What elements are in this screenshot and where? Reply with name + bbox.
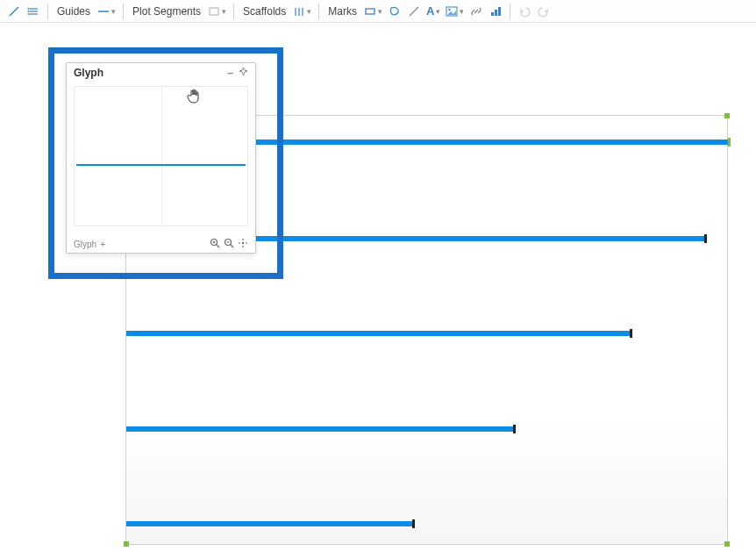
plot-segments-dropdown[interactable]: ▾ <box>206 6 228 17</box>
svg-line-0 <box>10 7 18 16</box>
text-a-icon: A <box>426 4 434 18</box>
frame-handle-sw[interactable] <box>124 541 129 547</box>
frame-handle-ne[interactable] <box>724 113 730 118</box>
line-mark-icon[interactable] <box>405 3 423 20</box>
stacked-bar-icon[interactable] <box>487 3 504 20</box>
toolbar-divider <box>123 4 124 19</box>
pin-icon[interactable] <box>239 67 248 79</box>
bar-cap <box>728 138 731 147</box>
minimize-icon[interactable]: – <box>227 67 233 79</box>
undo-icon[interactable] <box>516 3 533 20</box>
text-mark-dropdown[interactable]: A ▾ <box>424 4 442 18</box>
chevron-down-icon: ▾ <box>307 7 311 16</box>
svg-line-13 <box>410 7 418 16</box>
ellipse-mark-icon[interactable] <box>386 3 403 20</box>
chevron-down-icon: ▾ <box>111 7 116 16</box>
bar-5[interactable] <box>126 521 413 526</box>
svg-line-24 <box>231 245 233 247</box>
svg-rect-16 <box>491 12 494 16</box>
guides-label[interactable]: Guides <box>53 5 94 18</box>
glyph-panel-footer: Glyph + <box>74 238 248 250</box>
svg-point-4 <box>28 8 30 10</box>
marks-rect-dropdown[interactable]: ▾ <box>362 6 384 17</box>
svg-line-20 <box>217 245 219 247</box>
bar-cap <box>513 425 516 433</box>
glyph-tab-label[interactable]: Glyph <box>74 240 96 249</box>
fit-view-icon[interactable] <box>238 238 248 250</box>
zoom-in-icon[interactable] <box>210 238 220 250</box>
plot-segments-label[interactable]: Plot Segments <box>129 5 204 18</box>
svg-point-26 <box>242 242 244 244</box>
bar-3[interactable] <box>126 331 631 336</box>
scaffolds-label[interactable]: Scaffolds <box>239 5 289 18</box>
toolbar: Guides ▾ Plot Segments ▾ Scaffolds ▾ Mar… <box>0 0 756 23</box>
glyph-center-guide-v <box>161 87 162 225</box>
glyph-panel[interactable]: Glyph – Glyph + <box>66 62 256 254</box>
chevron-down-icon: ▾ <box>378 7 382 16</box>
redo-icon[interactable] <box>535 3 553 20</box>
link-mark-icon[interactable] <box>467 3 485 20</box>
chevron-down-icon: ▾ <box>460 7 464 16</box>
image-mark-dropdown[interactable]: ▾ <box>444 6 466 17</box>
toolbar-divider <box>510 4 510 19</box>
svg-rect-18 <box>498 7 501 16</box>
bar-cap <box>704 234 707 243</box>
zoom-out-icon[interactable] <box>224 238 234 250</box>
glyph-panel-title: Glyph <box>74 67 103 79</box>
chevron-down-icon: ▾ <box>222 7 226 16</box>
svg-point-15 <box>449 8 451 10</box>
toolbar-divider <box>47 4 48 19</box>
svg-rect-17 <box>495 10 497 16</box>
toolbar-divider <box>318 4 319 19</box>
bar-cap <box>412 519 415 528</box>
marks-label[interactable]: Marks <box>325 5 360 18</box>
guides-dropdown[interactable]: ▾ <box>96 6 118 17</box>
svg-point-6 <box>28 13 30 15</box>
canvas-area[interactable]: Glyph – Glyph + <box>0 23 756 551</box>
glyph-bar-line[interactable] <box>76 164 246 166</box>
svg-point-5 <box>28 11 30 12</box>
chevron-down-icon: ▾ <box>436 7 440 16</box>
add-glyph-icon[interactable]: + <box>100 240 105 249</box>
bar-cap <box>630 329 632 338</box>
scaffolds-dropdown[interactable]: ▾ <box>291 6 313 17</box>
toolbar-divider <box>233 4 234 19</box>
glyph-panel-header[interactable]: Glyph – <box>67 63 255 82</box>
frame-handle-se[interactable] <box>724 541 730 547</box>
svg-rect-8 <box>210 8 218 15</box>
bar-4[interactable] <box>126 426 514 432</box>
list-tool-icon[interactable] <box>25 3 42 20</box>
glyph-edit-area[interactable] <box>74 86 248 226</box>
line-tool-icon[interactable] <box>5 3 23 20</box>
svg-rect-12 <box>366 9 374 14</box>
